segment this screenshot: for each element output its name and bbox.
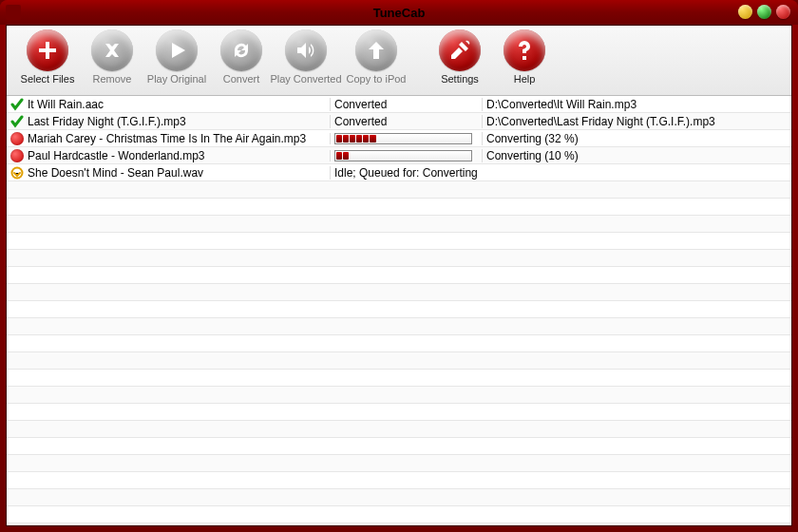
table-row[interactable] [7,387,791,404]
close-button[interactable] [776,5,790,19]
toolbar-label: Play Original [147,73,206,85]
tools-icon [439,29,481,71]
cycle-icon [220,29,262,71]
table-row[interactable] [7,438,791,455]
app-title: TuneCab [0,6,798,20]
table-row[interactable] [7,472,791,489]
busy-icon [10,132,24,145]
file-name: Paul Hardcastle - Wonderland.mp3 [28,149,205,162]
table-row[interactable] [7,301,791,318]
table-row[interactable]: Paul Hardcastle - Wonderland.mp3Converti… [7,147,791,164]
table-row[interactable] [7,318,791,335]
convert-button: Convert [212,29,271,85]
table-row[interactable] [7,421,791,438]
progress-bar [334,133,472,144]
toolbar-label: Convert [223,73,260,85]
file-name: It Will Rain.aac [28,98,104,111]
table-row[interactable] [7,181,791,199]
table-row[interactable] [7,250,791,267]
queued-icon [10,166,24,180]
copy-ipod-button: Copy to iPod [341,29,411,85]
settings-button[interactable]: Settings [425,29,495,85]
toolbar-label: Settings [441,73,479,85]
play-orig-button: Play Original [142,29,212,85]
table-row[interactable]: Mariah Carey - Christmas Time Is In The … [7,130,791,147]
play-conv-button: Play Converted [271,29,341,85]
toolbar-label: Play Converted [270,73,341,85]
speaker-icon [285,29,327,71]
file-name: She Doesn't Mind - Sean Paul.wav [28,166,203,180]
output-path: Converting (32 %) [482,132,791,145]
select-files-button[interactable]: Select Files [12,29,83,85]
file-name: Mariah Carey - Christmas Time Is In The … [28,132,306,145]
table-row[interactable] [7,370,791,387]
table-row[interactable] [7,489,791,506]
table-row[interactable] [7,404,791,421]
titlebar[interactable]: TuneCab [0,0,798,25]
status-text: Idle; Queued for: Converting [330,166,478,180]
output-path: D:\Converted\Last Friday Night (T.G.I.F.… [482,115,791,128]
checkmark-icon [10,115,24,128]
client-area: Select FilesRemovePlay OriginalConvertPl… [6,25,792,526]
table-row[interactable] [7,216,791,233]
window-controls [738,5,790,19]
file-list[interactable]: It Will Rain.aacConvertedD:\Converted\It… [7,96,791,525]
remove-button: Remove [83,29,142,85]
x-icon [91,29,133,71]
table-row[interactable] [7,352,791,370]
table-row[interactable] [7,284,791,301]
question-icon [504,29,545,71]
table-row[interactable] [7,233,791,250]
maximize-button[interactable] [757,5,771,19]
progress-bar [334,150,472,162]
output-path: Converting (10 %) [482,149,791,162]
up-icon [355,29,397,71]
table-row[interactable] [7,267,791,284]
play-icon [156,29,198,71]
output-path: D:\Converted\It Will Rain.mp3 [482,98,791,111]
status-text: Converted [330,98,482,111]
busy-icon [10,149,24,162]
help-button[interactable]: Help [495,29,554,85]
toolbar-label: Select Files [21,73,75,85]
toolbar: Select FilesRemovePlay OriginalConvertPl… [7,26,791,96]
table-row[interactable] [7,199,791,216]
table-row[interactable] [7,506,791,523]
app-window: TuneCab Select FilesRemovePlay OriginalC… [0,0,798,532]
status-text: Converted [330,115,482,128]
toolbar-label: Help [514,73,536,85]
plus-icon [27,29,68,71]
minimize-button[interactable] [738,5,752,19]
checkmark-icon [10,98,24,111]
toolbar-label: Copy to iPod [347,73,407,85]
table-row[interactable] [7,455,791,472]
file-name: Last Friday Night (T.G.I.F.).mp3 [28,115,186,128]
table-row[interactable] [7,335,791,352]
toolbar-label: Remove [93,73,132,85]
table-row[interactable]: She Doesn't Mind - Sean Paul.wavIdle; Qu… [7,164,791,181]
table-row[interactable]: Last Friday Night (T.G.I.F.).mp3Converte… [7,113,791,130]
table-row[interactable]: It Will Rain.aacConvertedD:\Converted\It… [7,96,791,113]
